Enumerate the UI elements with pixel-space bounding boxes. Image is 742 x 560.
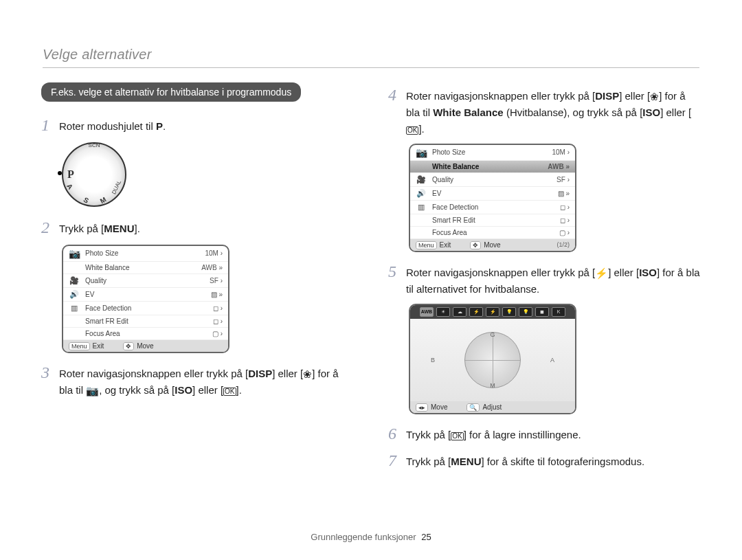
step-7: 7 Trykk på [MENU] for å skifte til fotog… <box>388 451 701 471</box>
step-text: Trykk på [MENU] for å skifte til fotogra… <box>406 451 644 469</box>
text: Trykk på [ <box>406 429 451 440</box>
text: ] eller [ <box>660 107 691 118</box>
menu-side-icon: 🔊 <box>416 189 427 198</box>
menu-item-value: ◻ › <box>560 203 570 211</box>
menu-row: Focus Area▢ › <box>410 227 575 239</box>
menu-item-label: Focus Area <box>85 330 207 337</box>
wb-option: 💡 <box>519 307 532 317</box>
wb-option: ☁ <box>453 307 466 317</box>
page-content: F.eks. velge et alternativ for hvitbalan… <box>0 0 742 478</box>
macro-icon: ❀ <box>303 366 312 382</box>
wb-axis-a: A <box>550 357 554 363</box>
step-2: 2 Trykk på [MENU]. <box>41 218 354 238</box>
text: ] eller [ <box>619 90 650 102</box>
menu-item-value: ▨ » <box>558 190 570 197</box>
ok-button-icon: OK <box>223 388 236 396</box>
move-label: Move <box>137 342 153 350</box>
step-1: 1 Roter modushjulet til P. <box>41 115 354 135</box>
menu-row: Smart FR Edit◻ › <box>410 214 575 227</box>
text: ]. <box>418 123 424 135</box>
macro-icon: ❀ <box>650 89 659 104</box>
text: ]. <box>236 384 242 396</box>
menu-row: 🎥QualitySF › <box>410 173 575 187</box>
menu-item-label: Photo Size <box>432 148 546 156</box>
menu-side-icon: 🔊 <box>69 290 80 299</box>
step-text: Roter navigasjonsknappen eller trykk på … <box>406 85 701 137</box>
text: ] eller [ <box>272 368 303 379</box>
wb-option: ⚡ <box>486 307 499 317</box>
wb-option: 💡 <box>502 307 516 317</box>
wb-axis-b: B <box>431 357 435 363</box>
text: . <box>163 120 166 132</box>
wb-option: ◼ <box>535 307 549 317</box>
white-balance-bold: White Balance <box>433 107 504 118</box>
text: ] for å lagre innstillingene. <box>464 429 581 440</box>
menu-row: 🔊EV▨ » <box>410 187 575 201</box>
iso-button-label: ISO <box>642 107 660 118</box>
text: ] eller [ <box>608 267 639 278</box>
step-number: 3 <box>41 363 59 383</box>
wb-option: AWB <box>420 307 434 317</box>
header-divider <box>43 67 699 68</box>
text: , og trykk så på [ <box>99 384 175 396</box>
move-icon: ✥ <box>123 342 134 350</box>
page-indicator: (1/2) <box>556 241 570 249</box>
adjust-icon: 🔍 <box>466 403 480 412</box>
iso-button-label: ISO <box>639 267 657 278</box>
menu-side-icon: ▥ <box>416 203 427 212</box>
flash-icon: ⚡ <box>595 265 608 281</box>
step-text: Trykk på [OK] for å lagre innstillingene… <box>406 424 581 443</box>
menu-row: 📷Photo Size10M › <box>63 246 228 262</box>
menu-row: 🎥QualitySF › <box>63 274 228 288</box>
menu-screen-footer: MenuExit✥Move <box>63 340 228 352</box>
menu-screen-footer: MenuExit✥Move(1/2) <box>410 239 575 251</box>
wb-option: ☀ <box>436 307 450 317</box>
menu-item-value: ▢ › <box>212 330 223 337</box>
menu-item-label: Photo Size <box>85 249 199 257</box>
step-number: 7 <box>388 451 406 471</box>
white-balance-screen: AWB☀☁⚡⚡💡💡◼K G M B A ◂▸Move 🔍Adjust <box>409 304 576 414</box>
text: ] for å skifte til fotograferingsmodus. <box>481 456 644 467</box>
menu-side-icon: 📷 <box>69 248 80 259</box>
exit-label: Exit <box>93 342 104 350</box>
step-text: Roter navigasjonsknappen eller trykk på … <box>59 363 354 399</box>
menu-item-label: Quality <box>432 176 551 183</box>
mode-dial: P SCN A S M DUAL <box>62 142 126 207</box>
menu-item-label: Smart FR Edit <box>432 216 554 224</box>
menu-side-icon: ▥ <box>69 304 80 313</box>
disp-button-label: DISP <box>248 368 272 379</box>
camera-menu-screen-selected: 📷Photo Size10M ›White BalanceAWB »🎥Quali… <box>409 144 576 252</box>
step-4: 4 Roter navigasjonsknappen eller trykk p… <box>388 85 701 137</box>
menu-row: ▥Face Detection◻ › <box>63 302 228 315</box>
dial-label-a: A <box>65 182 74 190</box>
step-number: 1 <box>41 115 59 135</box>
text: Roter navigasjonsknappen eller trykk på … <box>406 90 595 102</box>
step-6: 6 Trykk på [OK] for å lagre innstillinge… <box>388 424 701 444</box>
menu-row: White BalanceAWB » <box>63 262 228 274</box>
step-text: Roter modushjulet til P. <box>59 115 166 134</box>
dial-label-scn: SCN <box>89 142 100 148</box>
page-number: 25 <box>421 532 431 542</box>
step-text: Trykk på [MENU]. <box>59 218 140 236</box>
wb-axis-m: M <box>490 382 495 389</box>
move-icon: ◂▸ <box>416 403 428 412</box>
step-number: 6 <box>388 424 406 444</box>
menu-item-label: Quality <box>85 277 204 284</box>
section-title: Velge alternativer <box>43 47 152 63</box>
menu-item-value: SF › <box>556 176 570 183</box>
iso-button-label: ISO <box>175 384 192 396</box>
menu-side-icon: 🎥 <box>69 276 80 285</box>
menu-item-value: ◻ › <box>560 216 570 224</box>
right-column: 4 Roter navigasjonsknappen eller trykk p… <box>388 41 701 478</box>
move-label: Move <box>484 241 500 249</box>
menu-side-icon: 🎥 <box>416 175 427 184</box>
text: Roter navigasjonsknappen eller trykk på … <box>59 368 248 379</box>
dial-label-s: S <box>82 196 90 205</box>
text: ]. <box>134 223 139 234</box>
menu-item-value: ▢ › <box>559 229 570 236</box>
menu-item-value: 10M › <box>205 249 223 257</box>
menu-item-label: Face Detection <box>85 304 207 312</box>
menu-row: 📷Photo Size10M › <box>410 145 575 161</box>
left-column: F.eks. velge et alternativ for hvitbalan… <box>41 41 354 478</box>
text: Trykk på [ <box>406 456 451 467</box>
